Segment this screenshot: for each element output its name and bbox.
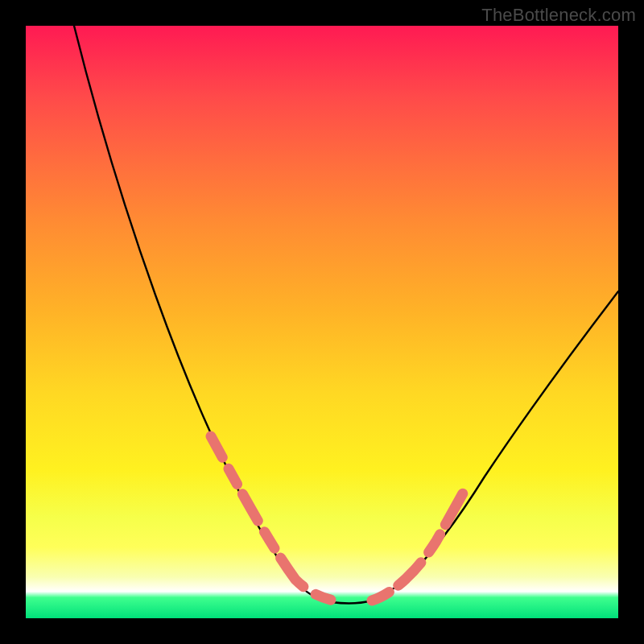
curve-valley — [332, 601, 372, 603]
watermark-text: TheBottleneck.com — [481, 5, 636, 26]
dash-overlay-left — [211, 436, 360, 602]
bottleneck-curve-svg — [26, 26, 618, 618]
curve-right-branch — [372, 291, 618, 601]
dash-overlay-right — [372, 467, 477, 601]
chart-plot-area — [26, 26, 618, 618]
curve-left-branch — [74, 26, 332, 602]
